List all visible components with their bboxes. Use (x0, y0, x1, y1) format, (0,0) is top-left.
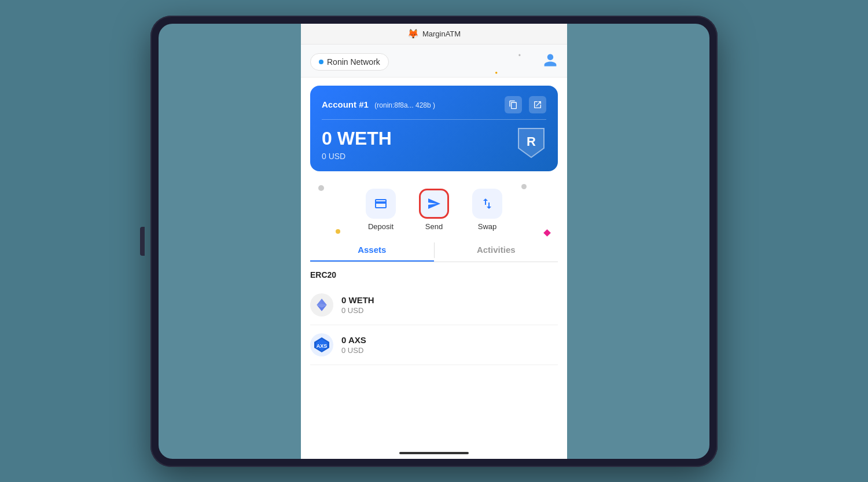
tablet-screen: 🦊 MarginATM Ronin Network • ● (159, 24, 709, 459)
account-name: Account #1 (322, 100, 369, 109)
copy-address-button[interactable] (505, 96, 522, 113)
svg-text:R: R (527, 134, 536, 149)
deco-dot-yellow: ● (495, 70, 498, 75)
section-title: ERC20 (310, 270, 558, 279)
app-title-bar: 🦊 MarginATM (301, 24, 567, 45)
network-badge[interactable]: Ronin Network (310, 53, 389, 71)
deco-dot-1: • (518, 51, 521, 60)
account-header: Account #1 (ronin:8f8a... 428b ) (322, 96, 546, 113)
tab-activities[interactable]: Activities (435, 239, 558, 262)
asset-item-weth[interactable]: 0 WETH 0 USD (310, 285, 558, 325)
send-label: Send (425, 222, 443, 231)
asset-item-axs[interactable]: AXS 0 AXS 0 USD (310, 325, 558, 365)
action-buttons-container: Deposit Send Swa (301, 179, 567, 237)
eth-icon (310, 293, 333, 317)
axs-info: 0 AXS 0 USD (341, 335, 558, 355)
tabs-container: Assets Activities (310, 239, 558, 262)
swap-icon (472, 189, 502, 219)
card-divider (322, 119, 546, 120)
balance-usd: 0 USD (322, 152, 546, 161)
axs-name: 0 AXS (341, 335, 558, 345)
weth-usd: 0 USD (341, 306, 558, 315)
account-address: (ronin:8f8a... 428b ) (374, 101, 435, 109)
assets-section: ERC20 0 WETH 0 USD (301, 262, 567, 446)
svg-text:AXS: AXS (317, 343, 328, 349)
account-card: Account #1 (ronin:8f8a... 428b ) (310, 86, 558, 171)
swap-label: Swap (478, 222, 497, 231)
app-title: MarginATM (422, 30, 461, 38)
header-bar: Ronin Network • ● (301, 45, 567, 78)
swap-button[interactable]: Swap (472, 189, 502, 231)
tab-assets[interactable]: Assets (310, 239, 434, 262)
network-status-dot (319, 60, 323, 64)
deco-circle-left (318, 185, 324, 191)
deposit-button[interactable]: Deposit (366, 189, 396, 231)
deposit-label: Deposit (368, 222, 393, 231)
ronin-shield-logo: R (516, 126, 546, 162)
weth-name: 0 WETH (341, 295, 558, 305)
account-title: Account #1 (ronin:8f8a... 428b ) (322, 100, 435, 110)
send-icon (419, 189, 449, 219)
send-button[interactable]: Send (419, 189, 449, 231)
deposit-icon (366, 189, 396, 219)
balance-amount: 0 WETH (322, 128, 546, 149)
axs-icon: AXS (310, 333, 333, 356)
app-container: 🦊 MarginATM Ronin Network • ● (301, 24, 567, 459)
weth-info: 0 WETH 0 USD (341, 295, 558, 315)
profile-icon[interactable] (543, 53, 558, 71)
axs-usd: 0 USD (341, 346, 558, 355)
app-logo-icon: 🦊 (407, 28, 419, 39)
deco-circle-right (521, 184, 527, 189)
side-button (140, 227, 145, 256)
deco-dot-yellow2 (336, 229, 340, 234)
tablet-frame: 🦊 MarginATM Ronin Network • ● (150, 16, 718, 467)
external-link-button[interactable] (529, 96, 546, 113)
deco-diamond-pink (543, 229, 551, 237)
account-action-buttons (505, 96, 546, 113)
network-label: Ronin Network (327, 57, 380, 67)
home-indicator (399, 452, 469, 454)
